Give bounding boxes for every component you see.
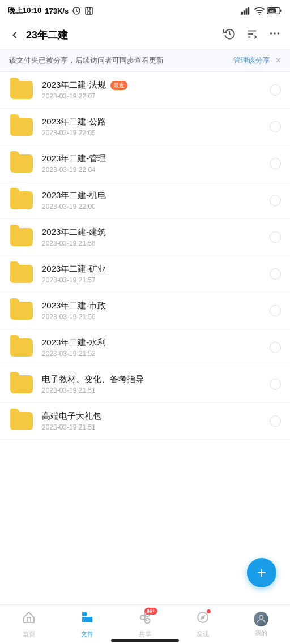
- file-date: 2023-03-19 21:51: [42, 423, 264, 431]
- file-info: 电子教材、变化、备考指导 2023-03-19 21:51: [42, 374, 264, 394]
- file-select-circle[interactable]: [270, 195, 281, 206]
- file-select-circle[interactable]: [270, 84, 281, 96]
- file-name: 2023年二建-机电: [42, 190, 264, 201]
- file-info: 2023年二建-法规 最近 2023-03-19 22:07: [42, 80, 264, 100]
- file-select-circle[interactable]: [270, 305, 281, 316]
- badge-share: 99+: [144, 608, 157, 615]
- file-select-circle[interactable]: [270, 121, 281, 132]
- nav-item-share[interactable]: 99+ 共享: [116, 605, 174, 644]
- page-title: 23年二建: [26, 28, 223, 42]
- folder-icon: [9, 80, 34, 100]
- file-select-circle[interactable]: [270, 158, 281, 169]
- time-display: 晚上10:10: [8, 6, 41, 16]
- svg-text:48: 48: [270, 9, 274, 13]
- file-info: 2023年二建-矿业 2023-03-19 21:57: [42, 264, 264, 284]
- file-info: 2023年二建-市政 2023-03-19 21:56: [42, 300, 264, 321]
- share-icon-wrap: 99+: [138, 611, 152, 628]
- svg-rect-17: [82, 612, 87, 616]
- add-fab-button[interactable]: +: [247, 558, 276, 587]
- file-name: 2023年二建-管理: [42, 153, 264, 164]
- svg-point-14: [270, 32, 272, 35]
- svg-point-15: [274, 32, 276, 35]
- file-select-circle[interactable]: [270, 415, 281, 427]
- file-info: 2023年二建-公路 2023-03-19 22:05: [42, 117, 264, 137]
- discover-icon-wrap: [196, 611, 210, 628]
- recent-badge: 最近: [110, 81, 127, 90]
- list-item[interactable]: 2023年二建-建筑 2023-03-19 21:58: [0, 219, 290, 256]
- list-item[interactable]: 高端电子大礼包 2023-03-19 21:51: [0, 403, 290, 440]
- save-icon: [84, 6, 93, 15]
- file-name: 2023年二建-矿业: [42, 264, 264, 274]
- nav-label-share: 共享: [139, 630, 151, 638]
- file-date: 2023-03-19 21:58: [42, 239, 264, 247]
- list-item[interactable]: 2023年二建-矿业 2023-03-19 21:57: [0, 256, 290, 293]
- close-banner-button[interactable]: ×: [276, 55, 281, 66]
- svg-rect-8: [280, 10, 281, 12]
- sort-icon[interactable]: [246, 28, 258, 42]
- nav-item-files[interactable]: 文件: [58, 605, 116, 644]
- list-item[interactable]: 电子教材、变化、备考指导 2023-03-19 21:51: [0, 366, 290, 403]
- file-date: 2023-03-19 21:51: [42, 387, 264, 394]
- nav-label-files: 文件: [81, 630, 93, 638]
- file-info: 2023年二建-建筑 2023-03-19 21:58: [42, 227, 264, 247]
- dot-badge-discover: [207, 609, 211, 613]
- file-name: 2023年二建-公路: [42, 117, 264, 127]
- file-name: 2023年二建-建筑: [42, 227, 264, 238]
- home-icon: [22, 611, 36, 628]
- list-item[interactable]: 2023年二建-水利 2023-03-19 21:52: [0, 329, 290, 366]
- file-list: 2023年二建-法规 最近 2023-03-19 22:07 2023年二建-公…: [0, 72, 290, 440]
- share-banner: 该文件夹已被分享，后续访问者可同步查看更新 管理该分享 ×: [0, 50, 290, 72]
- nav-item-home[interactable]: 首页: [0, 605, 58, 644]
- share-banner-text: 该文件夹已被分享，后续访问者可同步查看更新: [9, 56, 233, 66]
- history-icon[interactable]: [223, 27, 236, 42]
- list-item[interactable]: 2023年二建-法规 最近 2023-03-19 22:07: [0, 72, 290, 109]
- nav-item-mine[interactable]: 我的: [232, 605, 290, 644]
- list-item[interactable]: 2023年二建-管理 2023-03-19 22:04: [0, 145, 290, 182]
- nav-item-discover[interactable]: 发现: [174, 605, 232, 644]
- folder-icon: [9, 411, 34, 431]
- file-date: 2023-03-19 22:04: [42, 166, 264, 174]
- svg-rect-4: [246, 8, 248, 15]
- svg-rect-18: [82, 617, 92, 622]
- list-item[interactable]: 2023年二建-公路 2023-03-19 22:05: [0, 109, 290, 145]
- nav-label-mine: 我的: [255, 629, 267, 637]
- file-select-circle[interactable]: [270, 342, 281, 353]
- file-info: 2023年二建-机电 2023-03-19 22:00: [42, 190, 264, 211]
- file-select-circle[interactable]: [270, 231, 281, 243]
- status-bar: 晚上10:10 173K/s: [0, 0, 290, 20]
- back-button[interactable]: [9, 29, 20, 41]
- status-right: 48: [241, 7, 282, 15]
- battery-icon: 48: [267, 7, 282, 15]
- manage-share-button[interactable]: 管理该分享: [233, 55, 270, 66]
- folder-icon: [9, 374, 34, 394]
- header: 23年二建: [0, 20, 290, 50]
- file-select-circle[interactable]: [270, 379, 281, 390]
- avatar: [254, 612, 268, 626]
- file-info: 2023年二建-水利 2023-03-19 21:52: [42, 337, 264, 358]
- nav-label-home: 首页: [23, 630, 35, 638]
- folder-icon: [9, 153, 34, 174]
- list-item[interactable]: 2023年二建-市政 2023-03-19 21:56: [0, 293, 290, 329]
- wifi-icon: [254, 7, 265, 15]
- list-item[interactable]: 2023年二建-机电 2023-03-19 22:00: [0, 182, 290, 219]
- nav-label-discover: 发现: [197, 630, 209, 638]
- file-date: 2023-03-19 22:07: [42, 92, 264, 100]
- clock-icon: [72, 6, 81, 15]
- network-speed: 173K/s: [45, 7, 69, 15]
- svg-rect-3: [244, 10, 245, 15]
- status-left: 晚上10:10 173K/s: [8, 6, 93, 16]
- file-name: 2023年二建-法规 最近: [42, 80, 264, 91]
- files-icon: [80, 611, 94, 628]
- svg-rect-1: [86, 7, 92, 14]
- folder-icon: [9, 117, 34, 137]
- folder-icon: [9, 190, 34, 211]
- file-name: 高端电子大礼包: [42, 411, 264, 422]
- file-date: 2023-03-19 21:52: [42, 350, 264, 358]
- more-icon[interactable]: [268, 27, 281, 42]
- signal-icon: [241, 7, 251, 15]
- svg-rect-5: [248, 7, 249, 15]
- folder-icon: [9, 300, 34, 321]
- file-name: 2023年二建-市政: [42, 300, 264, 311]
- file-date: 2023-03-19 22:00: [42, 203, 264, 211]
- file-select-circle[interactable]: [270, 268, 281, 280]
